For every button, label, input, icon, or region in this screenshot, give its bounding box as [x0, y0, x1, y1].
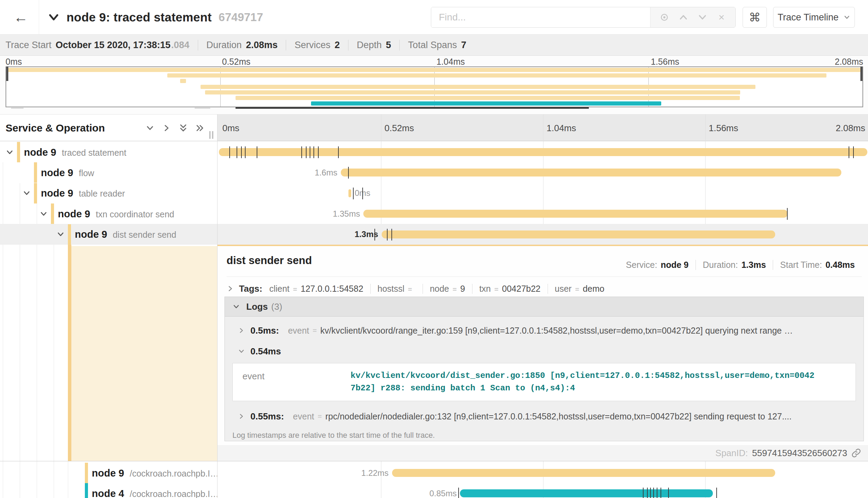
- collapse-one-icon[interactable]: [145, 124, 154, 133]
- log-entry-expanded[interactable]: 0.54ms: [225, 342, 863, 361]
- span-expander-chevron-icon[interactable]: [23, 189, 31, 197]
- logs-header[interactable]: Logs (3): [225, 297, 863, 317]
- viewport-drag-left[interactable]: [6, 66, 8, 81]
- span-expander-chevron-icon[interactable]: [6, 148, 14, 156]
- span-color-bar: [34, 183, 37, 203]
- span-service-name: node 9: [92, 467, 124, 479]
- topbar-divider: [39, 0, 39, 35]
- span-bar[interactable]: [392, 469, 775, 477]
- chevron-right-icon: [238, 413, 245, 420]
- trace-view-selector[interactable]: Trace Timeline: [773, 7, 855, 28]
- span-bar[interactable]: [348, 189, 351, 197]
- link-icon[interactable]: [851, 448, 861, 458]
- tag-summary-item: client=127.0.0.1:54582: [269, 284, 370, 294]
- span-tree-row[interactable]: node 9table reader: [0, 183, 217, 203]
- summary-value: 7: [461, 40, 466, 51]
- tree-controls: [145, 115, 204, 142]
- log-equals: =: [318, 412, 322, 420]
- detail-meta-label: Service:: [626, 260, 657, 270]
- locate-span-icon[interactable]: [659, 12, 670, 22]
- log-equals: =: [313, 326, 317, 335]
- span-row-labels: node 9dist sender send: [75, 229, 176, 240]
- keyboard-shortcuts-button[interactable]: ⌘: [743, 7, 767, 28]
- tag-key: hostssl: [378, 284, 405, 294]
- span-tree-row[interactable]: node 4/cockroach.roachpb.I…: [0, 483, 217, 498]
- clear-search-icon[interactable]: ×: [716, 12, 727, 22]
- span-bar[interactable]: [382, 230, 775, 238]
- trace-title-group: node 9: traced statement 6749717: [48, 0, 263, 35]
- span-id-row: SpanID: 5597415943526560273: [218, 445, 868, 461]
- span-color-bar: [34, 162, 37, 183]
- span-color-bar: [85, 463, 88, 483]
- log-entry[interactable]: 0.5ms:event=kv/kvclient/kvcoord/range_it…: [225, 319, 863, 342]
- viewport-drag-right[interactable]: [860, 66, 862, 81]
- expand-one-icon[interactable]: [162, 124, 171, 133]
- span-row[interactable]: node 9flow1.6ms: [0, 162, 868, 183]
- span-bar[interactable]: [363, 210, 787, 218]
- span-row[interactable]: node 9table reader0ms: [0, 183, 868, 203]
- tag-summary-item: user=demo: [548, 284, 611, 294]
- timeline-tick-label: 1.04ms: [547, 115, 576, 142]
- collapse-all-icon[interactable]: [179, 124, 188, 133]
- span-bar[interactable]: [341, 169, 841, 176]
- summary-item: Duration2.08ms: [198, 40, 286, 51]
- span-row[interactable]: node 9traced statement: [0, 142, 868, 162]
- span-log-tick: [245, 146, 246, 158]
- summary-item: Depth5: [348, 40, 399, 51]
- minimap-scroll-stub: [11, 108, 24, 109]
- expand-all-icon[interactable]: [195, 124, 204, 133]
- tag-summary-item: txn=00427b22: [472, 284, 548, 294]
- log-field-key: event: [288, 326, 309, 336]
- summary-label: Total Spans: [408, 40, 457, 51]
- span-tree-row[interactable]: node 9dist sender send: [0, 224, 217, 245]
- summary-item: Total Spans7: [399, 40, 475, 51]
- span-log-tick: [668, 488, 669, 498]
- span-log-tick: [647, 488, 648, 498]
- minimap-tick-label: 0.52ms: [222, 57, 250, 67]
- next-result-icon[interactable]: [697, 12, 708, 22]
- span-row[interactable]: node 9/cockroach.roachpb.I…1.22ms: [0, 463, 868, 483]
- chevron-down-icon: [232, 303, 240, 310]
- span-bar[interactable]: [460, 489, 713, 497]
- panel-divider[interactable]: [217, 114, 218, 498]
- summary-label: Trace Start: [6, 40, 52, 51]
- trace-collapse-chevron-icon[interactable]: [48, 11, 60, 23]
- column-resizer-grip[interactable]: [212, 131, 213, 139]
- trace-id: 6749717: [219, 11, 263, 24]
- span-tree-row[interactable]: node 9traced statement: [0, 142, 217, 162]
- detail-divider: [227, 277, 862, 277]
- span-row-labels: node 9flow: [41, 167, 94, 178]
- span-expander-chevron-icon[interactable]: [56, 230, 65, 238]
- span-log-tick: [257, 146, 257, 158]
- back-button[interactable]: ←: [10, 6, 32, 28]
- timeline-tick-label: 2.08ms: [836, 115, 865, 142]
- span-tree-row[interactable]: node 9flow: [0, 162, 217, 183]
- span-log-tick: [643, 488, 644, 498]
- minimap-viewport-indicator[interactable]: [236, 107, 589, 109]
- span-log-tick: [229, 146, 230, 158]
- tag-value: 9: [460, 284, 465, 294]
- span-bar[interactable]: [219, 148, 867, 156]
- detail-meta-item: Service:node 9: [619, 260, 696, 270]
- span-row[interactable]: node 4/cockroach.roachpb.I…0.85ms: [0, 483, 868, 498]
- span-tree-row[interactable]: node 9/cockroach.roachpb.I…: [0, 463, 217, 483]
- summary-label: Depth: [357, 40, 382, 51]
- timeline-tick-label: 0.52ms: [384, 115, 414, 142]
- minimap-canvas[interactable]: [6, 66, 863, 107]
- span-row-labels: node 4/cockroach.roachpb.I…: [92, 488, 217, 498]
- span-service-name: node 9: [75, 229, 107, 240]
- tag-value: 00427b22: [502, 284, 540, 294]
- minimap-tick-label: 1.56ms: [651, 57, 679, 67]
- span-tree-row[interactable]: node 9txn coordinator send: [0, 203, 217, 224]
- top-bar: ← node 9: traced statement 6749717 × ⌘ T…: [0, 0, 868, 35]
- log-entry[interactable]: 0.55ms:event=rpc/nodedialer/nodedialer.g…: [225, 405, 863, 427]
- tags-row[interactable]: Tags: client=127.0.0.1:54582hostssl=node…: [227, 281, 611, 297]
- span-row[interactable]: node 9txn coordinator send1.35ms: [0, 203, 868, 224]
- span-expander-chevron-icon[interactable]: [39, 210, 48, 218]
- chevron-down-icon: [238, 348, 245, 355]
- prev-result-icon[interactable]: [678, 12, 689, 22]
- span-row[interactable]: node 9dist sender send1.3ms: [0, 224, 868, 245]
- span-color-bar: [17, 142, 20, 162]
- find-input[interactable]: [431, 7, 650, 27]
- column-resizer-grip[interactable]: [209, 131, 211, 139]
